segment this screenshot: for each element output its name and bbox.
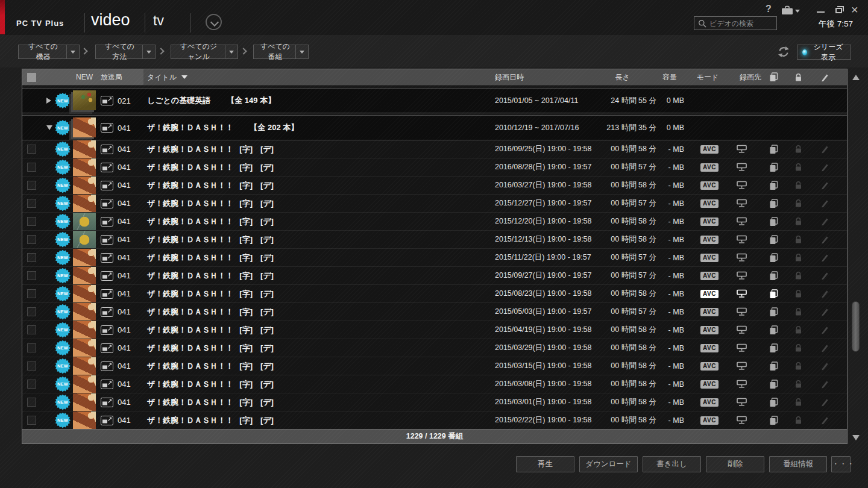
column-header-lock-icon[interactable] bbox=[794, 69, 802, 85]
download-button[interactable]: ダウンロード bbox=[579, 456, 638, 472]
lock-icon bbox=[794, 285, 802, 302]
column-header-mode[interactable]: モード bbox=[688, 69, 728, 85]
recording-length: 00 時間 58 分 bbox=[596, 375, 656, 393]
breadcrumb-chevron-icon bbox=[240, 48, 247, 54]
new-badge: NEW bbox=[55, 177, 71, 194]
table-row[interactable]: NEW 041 ザ！鉄腕！ＤＡＳＨ！！[字] [デ] 2016/09/25(日)… bbox=[22, 140, 847, 158]
thumbnail bbox=[73, 158, 96, 176]
filter-program-dropdown[interactable]: すべての番組 bbox=[253, 45, 309, 59]
table-row[interactable]: NEW 041 ザ！鉄腕！ＤＡＳＨ！！[字] [デ] 2015/09/27(日)… bbox=[22, 267, 847, 285]
table-row[interactable]: NEW 041 ザ！鉄腕！ＤＡＳＨ！！[字] [デ] 2015/05/03(日)… bbox=[22, 303, 847, 321]
row-checkbox[interactable] bbox=[27, 303, 36, 321]
channel-number: 041 bbox=[118, 213, 131, 230]
mode-badge: AVC bbox=[699, 177, 720, 194]
row-checkbox[interactable] bbox=[27, 231, 36, 248]
column-header-copy-icon[interactable] bbox=[769, 69, 778, 85]
copy-icon bbox=[769, 285, 778, 302]
column-header-edit-icon[interactable] bbox=[820, 69, 829, 85]
table-row[interactable]: NEW 041 ザ！鉄腕！ＤＡＳＨ！！[字] [デ] 2015/12/27(日)… bbox=[22, 195, 847, 213]
column-header-length[interactable]: 長さ bbox=[599, 69, 647, 85]
channel-number: 041 bbox=[118, 116, 131, 140]
row-checkbox[interactable] bbox=[27, 195, 36, 212]
tab-video[interactable]: video bbox=[91, 11, 130, 30]
select-all-checkbox[interactable] bbox=[27, 69, 36, 85]
scrollbar-up-arrow[interactable] bbox=[852, 75, 860, 80]
filter-method-dropdown[interactable]: すべての方法 bbox=[95, 45, 156, 59]
row-checkbox[interactable] bbox=[27, 393, 36, 411]
row-checkbox[interactable] bbox=[27, 267, 36, 284]
table-row[interactable]: NEW 041 ザ！鉄腕！ＤＡＳＨ！！[字] [デ] 2015/08/23(日)… bbox=[22, 285, 847, 303]
row-checkbox[interactable] bbox=[27, 285, 36, 302]
row-checkbox[interactable] bbox=[27, 158, 36, 176]
table-row[interactable]: NEW 041 ザ！鉄腕！ＤＡＳＨ！！[字] [デ] 2016/03/27(日)… bbox=[22, 177, 847, 195]
table-row[interactable]: NEW 041 ザ！鉄腕！ＤＡＳＨ！！【全 202 本】 2010/12/19 … bbox=[22, 115, 847, 140]
row-checkbox[interactable] bbox=[27, 339, 36, 357]
column-header-title[interactable]: タイトル bbox=[147, 69, 187, 85]
recording-size: 0 MB bbox=[662, 116, 684, 140]
destination-icon bbox=[737, 375, 747, 393]
export-button[interactable]: 書き出し bbox=[643, 456, 701, 472]
table-row[interactable]: NEW 041 ザ！鉄腕！ＤＡＳＨ！！[字] [デ] 2015/03/08(日)… bbox=[22, 375, 847, 393]
row-checkbox[interactable] bbox=[27, 140, 36, 158]
play-button[interactable]: 再生 bbox=[516, 456, 574, 472]
table-row[interactable]: NEW 041 ザ！鉄腕！ＤＡＳＨ！！[字] [デ] 2015/03/29(日)… bbox=[22, 339, 847, 357]
column-header-new[interactable]: NEW bbox=[76, 69, 93, 85]
program-title: ザ！鉄腕！ＤＡＳＨ！！[字] [デ] bbox=[147, 177, 274, 194]
search-box[interactable] bbox=[694, 16, 777, 30]
program-info-button[interactable]: 番組情報 bbox=[769, 456, 827, 472]
row-checkbox[interactable] bbox=[27, 357, 36, 375]
table-row[interactable]: NEW 041 ザ！鉄腕！ＤＡＳＨ！！[字] [デ] 2015/02/22(日)… bbox=[22, 411, 847, 430]
column-header-datetime[interactable]: 録画日時 bbox=[495, 69, 524, 85]
close-button[interactable]: × bbox=[851, 3, 858, 17]
table-row[interactable]: NEW 021 しごとの基礎英語【全 149 本】 2015/01/05 ~ 2… bbox=[22, 88, 847, 113]
tab-tv[interactable]: tv bbox=[153, 13, 164, 29]
recording-length: 00 時間 58 分 bbox=[596, 213, 656, 230]
row-checkbox[interactable] bbox=[27, 321, 36, 339]
row-checkbox[interactable] bbox=[27, 411, 36, 429]
recording-datetime: 2016/09/25(日) 19:00 - 19:58 bbox=[495, 140, 592, 158]
program-title: ザ！鉄腕！ＤＡＳＨ！！[字] [デ] bbox=[147, 267, 274, 284]
recording-size: - MB bbox=[662, 231, 684, 248]
series-display-toggle[interactable]: シリーズ表示 bbox=[797, 45, 851, 60]
delete-button[interactable]: 削除 bbox=[706, 456, 764, 472]
row-checkbox[interactable] bbox=[27, 213, 36, 230]
refresh-button[interactable] bbox=[777, 45, 790, 61]
table-row[interactable]: NEW 041 ザ！鉄腕！ＤＡＳＨ！！[字] [デ] 2015/12/13(日)… bbox=[22, 231, 847, 249]
table-row[interactable]: NEW 041 ザ！鉄腕！ＤＡＳＨ！！[字] [デ] 2015/03/01(日)… bbox=[22, 393, 847, 411]
row-checkbox[interactable] bbox=[27, 177, 36, 194]
edit-icon bbox=[820, 357, 829, 375]
channel-number: 041 bbox=[118, 140, 131, 158]
scrollbar-thumb[interactable] bbox=[852, 301, 860, 352]
help-icon[interactable]: ? bbox=[766, 4, 772, 14]
recording-size: - MB bbox=[662, 285, 684, 302]
minimize-button[interactable] bbox=[817, 11, 825, 13]
thumbnail bbox=[73, 140, 96, 158]
search-input[interactable] bbox=[709, 19, 773, 28]
expand-arrow-icon[interactable] bbox=[46, 116, 52, 140]
row-checkbox[interactable] bbox=[27, 375, 36, 393]
chevron-down-circle-icon[interactable] bbox=[206, 14, 222, 30]
table-row[interactable]: NEW 041 ザ！鉄腕！ＤＡＳＨ！！[字] [デ] 2015/04/19(日)… bbox=[22, 321, 847, 339]
restore-button[interactable] bbox=[835, 8, 842, 13]
column-header-station[interactable]: 放送局 bbox=[101, 69, 122, 85]
mode-badge: AVC bbox=[699, 303, 720, 321]
station-icon bbox=[101, 321, 113, 339]
filter-genre-dropdown[interactable]: すべてのジャンル bbox=[171, 45, 238, 59]
new-badge: NEW bbox=[55, 303, 71, 321]
row-checkbox[interactable] bbox=[27, 249, 36, 266]
more-actions-button[interactable]: ・・・ bbox=[831, 456, 851, 472]
expand-arrow-icon[interactable] bbox=[46, 89, 51, 113]
thumbnail bbox=[73, 117, 96, 137]
tools-menu-button[interactable] bbox=[781, 5, 800, 17]
table-row[interactable]: NEW 041 ザ！鉄腕！ＤＡＳＨ！！[字] [デ] 2015/11/22(日)… bbox=[22, 249, 847, 267]
column-header-size[interactable]: 容量 bbox=[652, 69, 688, 85]
table-row[interactable]: NEW 041 ザ！鉄腕！ＤＡＳＨ！！[字] [デ] 2016/08/28(日)… bbox=[22, 158, 847, 177]
filter-device-dropdown[interactable]: すべての機器 bbox=[18, 45, 80, 59]
scrollbar-down-arrow[interactable] bbox=[852, 435, 860, 440]
new-badge: NEW bbox=[55, 231, 71, 248]
edit-icon bbox=[820, 158, 829, 176]
table-row[interactable]: NEW 041 ザ！鉄腕！ＤＡＳＨ！！[字] [デ] 2015/12/20(日)… bbox=[22, 213, 847, 231]
table-row[interactable]: NEW 041 ザ！鉄腕！ＤＡＳＨ！！[字] [デ] 2015/03/15(日)… bbox=[22, 357, 847, 375]
lock-icon bbox=[794, 321, 802, 339]
column-header-destination[interactable]: 録画先 bbox=[732, 69, 769, 85]
